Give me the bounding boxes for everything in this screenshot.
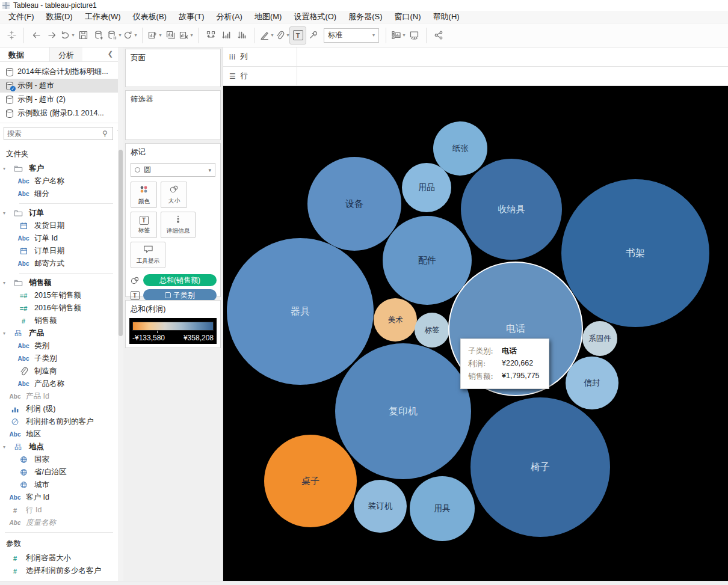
sidebar-scrollbar[interactable]: [118, 47, 123, 581]
field-folder-销售额[interactable]: ▾销售额: [0, 277, 118, 289]
field-item-产品 Id[interactable]: Abc产品 Id: [0, 390, 118, 403]
menu-item[interactable]: 分析(A): [211, 10, 248, 23]
bubble-复印机[interactable]: 复印机: [335, 343, 471, 479]
mark-type-dropdown[interactable]: 圆 ▾: [131, 163, 215, 177]
marks-detail-button[interactable]: 详细信息: [161, 212, 196, 238]
new-worksheet-button[interactable]: ▾: [147, 27, 162, 44]
bubble-桌子[interactable]: 桌子: [264, 435, 357, 527]
bubble-椅子[interactable]: 椅子: [470, 397, 610, 537]
field-item-国家[interactable]: 国家: [0, 453, 118, 466]
filters-shelf[interactable]: 筛选器: [125, 90, 221, 140]
marks-size-button[interactable]: 大小: [161, 182, 187, 208]
field-item-2015年销售额[interactable]: =#2015年销售额: [0, 289, 118, 302]
bubble-设备[interactable]: 设备: [307, 157, 401, 251]
pill-sum-sales[interactable]: 总和(销售额): [143, 274, 217, 286]
field-item-子类别[interactable]: Abc子类别: [0, 352, 118, 365]
pause-auto-updates-button[interactable]: ▾: [106, 27, 122, 44]
menu-item[interactable]: 故事(T): [173, 10, 211, 23]
menu-item[interactable]: 仪表板(B): [127, 10, 173, 23]
bubble-系固件[interactable]: 系固件: [582, 321, 617, 356]
field-item-发货日期[interactable]: 发货日期: [0, 219, 118, 232]
show-mark-labels-button[interactable]: T: [290, 27, 306, 44]
menu-item[interactable]: 地图(M): [248, 10, 288, 23]
clear-sheet-button[interactable]: ▾: [178, 27, 194, 44]
menu-item[interactable]: 数据(D): [40, 10, 79, 23]
pages-shelf[interactable]: 页面: [125, 49, 221, 87]
field-item-制造商[interactable]: 制造商: [0, 365, 118, 378]
presentation-mode-button[interactable]: [406, 27, 422, 44]
field-item-客户 Id[interactable]: Abc客户 Id: [0, 491, 118, 504]
field-folder-客户[interactable]: ▾客户: [0, 162, 118, 175]
rows-shelf[interactable]: ☰ 行: [223, 67, 728, 86]
field-item-利润 (级)[interactable]: 利润 (级): [0, 403, 118, 415]
bubble-用品[interactable]: 用品: [402, 163, 451, 212]
bubble-用具[interactable]: 用具: [410, 476, 475, 541]
pill-subcategory[interactable]: 子类别: [143, 289, 217, 301]
tab-analytics[interactable]: 分析: [49, 47, 82, 61]
replay-button[interactable]: ▾: [60, 27, 75, 44]
field-item-邮寄方式[interactable]: Abc邮寄方式: [0, 257, 118, 270]
bubble-标签[interactable]: 标签: [415, 313, 449, 348]
menu-item[interactable]: 工作表(W): [79, 10, 127, 23]
rows-shelf-drop-area[interactable]: [297, 67, 728, 85]
tab-data[interactable]: 数据: [0, 47, 32, 61]
search-input[interactable]: [7, 129, 100, 138]
data-source-item[interactable]: 示例数据 (附录D.1 2014...: [0, 106, 118, 120]
color-legend-card[interactable]: 总和(利润) -¥133,580 ¥358,208: [125, 300, 221, 348]
field-item-订单日期[interactable]: 订单日期: [0, 245, 118, 257]
columns-shelf-drop-area[interactable]: [297, 47, 728, 66]
field-item-订单 Id[interactable]: Abc订单 Id: [0, 232, 118, 245]
parameter-item-选择利润前多少名客户[interactable]: #选择利润前多少名客户: [0, 565, 118, 577]
field-item-省/自治区[interactable]: 省/自治区: [0, 466, 118, 479]
scrollbar-thumb[interactable]: [119, 150, 123, 336]
chevron-expanded-icon[interactable]: ▾: [1, 166, 7, 171]
run-updates-button[interactable]: ▾: [122, 27, 138, 44]
menu-item[interactable]: 设置格式(O): [288, 10, 342, 23]
swap-rows-columns-button[interactable]: [203, 27, 218, 44]
sort-ascending-button[interactable]: [218, 27, 234, 44]
fix-axes-button[interactable]: [306, 27, 321, 44]
field-item-2016年销售额[interactable]: =#2016年销售额: [0, 302, 118, 314]
marks-tooltip-button[interactable]: 工具提示: [131, 242, 165, 268]
menu-item[interactable]: 文件(F): [2, 10, 40, 23]
bubble-收纳具[interactable]: 收纳具: [461, 159, 562, 260]
field-folder-订单[interactable]: ▾订单: [0, 207, 118, 219]
data-source-item[interactable]: 2014年综合计划指标明细...: [0, 65, 118, 79]
field-item-城市[interactable]: 城市: [0, 479, 118, 491]
field-folder-地点[interactable]: ▾品地点: [0, 441, 118, 453]
chevron-expanded-icon[interactable]: ▾: [1, 280, 7, 286]
parameter-item-利润容器大小[interactable]: #利润容器大小: [0, 552, 118, 565]
color-gradient-bar[interactable]: [132, 322, 214, 331]
redo-button[interactable]: [44, 27, 60, 44]
new-data-source-button[interactable]: [91, 27, 106, 44]
field-item-类别[interactable]: Abc类别: [0, 340, 118, 352]
menu-item[interactable]: 窗口(N): [389, 10, 427, 23]
highlight-button[interactable]: ▾: [259, 27, 274, 44]
group-members-button[interactable]: ▾: [274, 27, 290, 44]
packed-bubble-chart[interactable]: 纸张用品设备收纳具书架配件器具美术标签电话系固件信封复印机椅子桌子装订机用具子类…: [223, 86, 728, 581]
bubble-书架[interactable]: 书架: [561, 179, 709, 327]
bubble-信封[interactable]: 信封: [566, 357, 618, 409]
chevron-expanded-icon[interactable]: ▾: [1, 444, 7, 450]
field-item-客户名称[interactable]: Abc客户名称: [0, 175, 118, 188]
undo-button[interactable]: [28, 27, 44, 44]
bubble-配件[interactable]: 配件: [383, 216, 472, 305]
show-hide-cards-button[interactable]: ▾: [390, 27, 406, 44]
bubble-装订机[interactable]: 装订机: [354, 480, 407, 533]
menu-item[interactable]: 帮助(H): [427, 10, 466, 23]
columns-shelf[interactable]: iii 列: [223, 47, 728, 67]
field-item-利润排名前列的客户[interactable]: 利润排名前列的客户: [0, 415, 118, 428]
tableau-logo[interactable]: [4, 27, 19, 44]
sort-descending-button[interactable]: [234, 27, 250, 44]
fit-dropdown[interactable]: 标准▾: [324, 28, 379, 43]
bubble-器具[interactable]: 器具: [227, 238, 374, 385]
save-button[interactable]: [75, 27, 91, 44]
data-source-item[interactable]: 示例 - 超市 (2): [0, 93, 118, 106]
bubble-美术[interactable]: 美术: [374, 298, 417, 342]
field-folder-产品[interactable]: ▾品产品: [0, 327, 118, 340]
field-item-销售额[interactable]: #销售额: [0, 314, 118, 327]
data-source-item[interactable]: ✓示例 - 超市: [0, 79, 118, 93]
duplicate-sheet-button[interactable]: [162, 27, 178, 44]
field-item-细分[interactable]: Abc细分: [0, 188, 118, 200]
field-item-行 Id[interactable]: #行 Id: [0, 504, 118, 516]
